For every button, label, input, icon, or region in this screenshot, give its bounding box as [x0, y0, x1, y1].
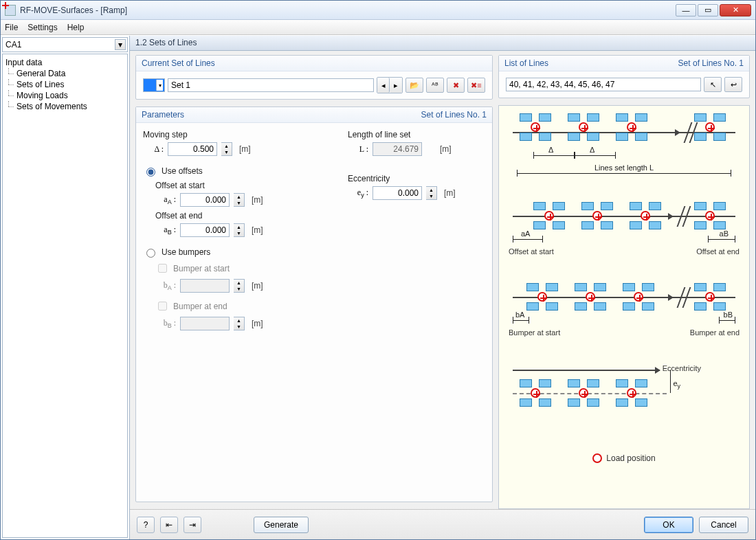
diagram-legend: Load position — [506, 453, 742, 463]
import-button[interactable]: ⇤ — [160, 517, 178, 533]
bumper-start-input — [180, 279, 230, 293]
eccentricity-label: Eccentricity — [348, 174, 485, 183]
offset-start-spinner[interactable]: ▲▼ — [234, 193, 245, 207]
offset-end-unit: [m] — [252, 225, 263, 235]
diagram-bB: bB — [724, 311, 733, 319]
cancel-button[interactable]: Cancel — [699, 517, 748, 533]
offset-end-spinner[interactable]: ▲▼ — [234, 223, 245, 237]
group-current-set-title: Current Set of Lines — [142, 58, 215, 68]
bumper-start-spinner: ▲▼ — [234, 279, 245, 293]
diagram-delta-2: Δ — [590, 146, 594, 154]
set-color-picker[interactable]: ▾ — [143, 78, 165, 92]
chevron-down-icon[interactable]: ▾ — [115, 39, 126, 50]
length-value — [373, 142, 422, 156]
pick-lines-button[interactable]: ↖ — [704, 77, 722, 92]
page-title: 1.2 Sets of Lines — [130, 36, 755, 51]
bumper-start-unit: [m] — [252, 281, 263, 291]
eccentricity-unit: [m] — [444, 188, 456, 198]
minimize-button[interactable]: — — [676, 4, 696, 16]
nav-tree: Input data General Data Sets of Lines Mo… — [2, 54, 128, 538]
length-unit: [m] — [440, 144, 452, 154]
ok-button[interactable]: OK — [644, 517, 693, 533]
tree-item-moving-loads[interactable]: Moving Loads — [4, 90, 126, 101]
help-button[interactable]: ? — [137, 517, 155, 533]
moving-step-symbol: Δ : — [143, 144, 164, 155]
diagram-panel: Δ Δ Lines set length L — [498, 105, 750, 509]
tree-item-sets-of-lines[interactable]: Sets of Lines — [4, 79, 126, 90]
bumper-start-symbol: bA : — [155, 280, 176, 291]
list-of-lines-badge: Set of Lines No. 1 — [678, 58, 744, 68]
legend-label: Load position — [606, 453, 655, 463]
list-of-lines-input[interactable] — [506, 78, 701, 91]
group-current-set: Current Set of Lines ▾ ◂ ▸ 📂 — [135, 55, 493, 100]
prev-set-button[interactable]: ◂ — [377, 78, 390, 93]
delete-set-button[interactable]: ✖ — [447, 78, 465, 93]
eccentricity-spinner[interactable]: ▲▼ — [426, 186, 437, 200]
reverse-lines-button[interactable]: ↩ — [724, 77, 742, 92]
offset-end-input[interactable] — [180, 223, 230, 237]
rename-set-button[interactable]: ᴬᴮ — [426, 78, 444, 93]
bumper-end-input — [180, 317, 230, 330]
diagram-offset-start: Offset at start — [509, 247, 554, 256]
diagram-bumper-start: Bumper at start — [509, 328, 560, 337]
diagram-bA: bA — [515, 311, 524, 319]
set-name-input[interactable] — [168, 78, 374, 92]
sidebar: CA1 ▾ Input data General Data Sets of Li… — [1, 36, 130, 539]
use-bumpers-radio[interactable] — [146, 249, 155, 258]
eccentricity-symbol: ey : — [348, 188, 368, 199]
tree-item-sets-of-movements[interactable]: Sets of Movements — [4, 101, 126, 112]
load-position-icon — [592, 453, 602, 463]
diagram-delta-1: Δ — [548, 146, 553, 154]
diagram-ey: ey — [673, 379, 680, 390]
offset-start-input[interactable] — [180, 193, 230, 207]
eccentricity-input[interactable] — [373, 186, 422, 200]
use-bumpers-label: Use bumpers — [162, 247, 210, 257]
moving-step-unit: [m] — [239, 144, 251, 154]
offset-start-label: Offset at start — [155, 181, 327, 190]
export-button[interactable]: ⇥ — [184, 517, 201, 533]
offset-start-symbol: aA : — [155, 194, 176, 205]
bumper-end-check — [158, 302, 167, 311]
offset-end-label: Offset at end — [155, 211, 327, 221]
group-parameters-badge: Set of Lines No. 1 — [421, 110, 487, 120]
tree-root[interactable]: Input data — [4, 57, 126, 68]
next-set-button[interactable]: ▸ — [390, 78, 402, 93]
diagram-ecc-label: Eccentricity — [663, 364, 701, 372]
list-of-lines-title: List of Lines — [504, 58, 548, 68]
open-set-button[interactable]: 📂 — [405, 78, 423, 93]
bumper-end-unit: [m] — [252, 319, 263, 328]
group-parameters-title: Parameters — [142, 110, 184, 120]
menu-help[interactable]: Help — [67, 23, 85, 32]
chevron-down-icon: ▾ — [156, 80, 163, 91]
titlebar: RF-MOVE-Surfaces - [Ramp] — ▭ ✕ — [1, 1, 755, 20]
bumper-start-label: Bumper at start — [173, 264, 230, 273]
window-title: RF-MOVE-Surfaces - [Ramp] — [20, 5, 676, 15]
diagram-aA: aA — [521, 229, 530, 238]
tree-item-general-data[interactable]: General Data — [4, 68, 126, 79]
diagram-offset-end: Offset at end — [696, 247, 740, 256]
diagram-aB: aB — [720, 229, 729, 238]
close-button[interactable]: ✕ — [720, 4, 751, 16]
moving-step-label: Moving step — [143, 130, 327, 139]
generate-button[interactable]: Generate — [254, 517, 309, 533]
maximize-button[interactable]: ▭ — [698, 4, 718, 16]
use-offsets-radio[interactable] — [146, 168, 155, 177]
case-combo[interactable]: CA1 ▾ — [2, 37, 128, 52]
diagram-bumper-end: Bumper at end — [690, 328, 740, 337]
app-window: RF-MOVE-Surfaces - [Ramp] — ▭ ✕ File Set… — [0, 0, 756, 540]
delete-all-sets-button[interactable]: ✖≡ — [467, 78, 485, 93]
diagram-length-label: Lines set length L — [506, 164, 742, 172]
group-list-of-lines: List of Lines Set of Lines No. 1 ↖ ↩ — [498, 55, 750, 98]
menu-settings[interactable]: Settings — [27, 23, 57, 32]
moving-step-spinner[interactable]: ▲▼ — [221, 142, 232, 156]
offset-start-unit: [m] — [252, 195, 263, 205]
footer: ? ⇤ ⇥ Generate OK Cancel — [130, 509, 755, 539]
bumper-end-label: Bumper at end — [173, 302, 227, 311]
offset-end-symbol: aB : — [155, 225, 176, 236]
length-symbol: L : — [348, 144, 368, 155]
menubar: File Settings Help — [1, 20, 755, 35]
bumper-start-check — [158, 264, 167, 273]
menu-file[interactable]: File — [5, 23, 18, 32]
use-offsets-label: Use offsets — [162, 166, 203, 176]
moving-step-input[interactable] — [168, 142, 217, 156]
